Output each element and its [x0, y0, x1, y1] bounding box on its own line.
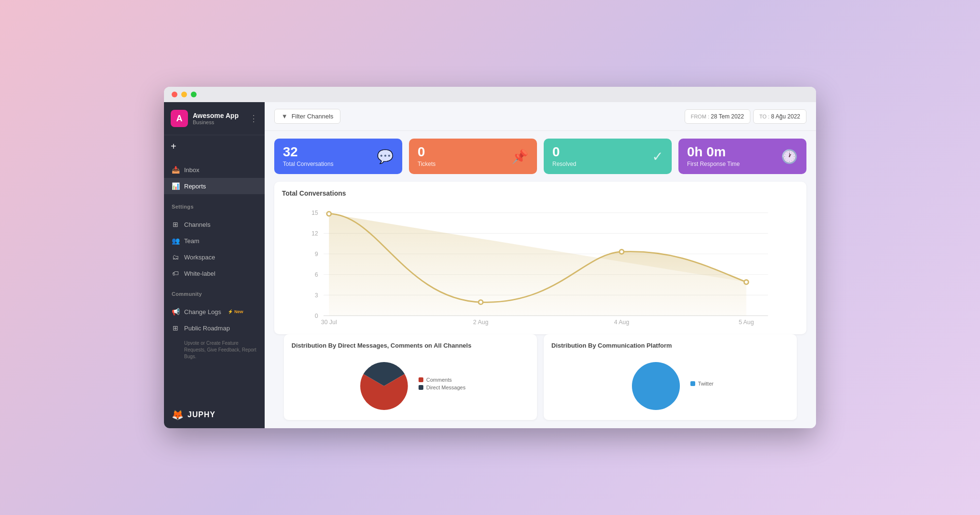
sidebar-label-changelogs: Change Logs	[184, 308, 221, 316]
conversations-icon: 💬	[377, 149, 394, 164]
clock-icon: 🕐	[781, 149, 798, 164]
chart-container: Total Conversations 0 3	[265, 174, 816, 428]
stat-card-response-time: 0h 0m First Response Time 🕐	[678, 139, 806, 174]
titlebar	[164, 87, 816, 102]
stat-value-tickets: 0	[418, 145, 436, 159]
channels-icon: ⊞	[172, 221, 179, 228]
svg-text:30 Jul: 30 Jul	[321, 319, 337, 326]
sidebar-brand: A Awesome App Business ⋮	[164, 102, 265, 135]
stat-content-left: 32 Total Conversations	[283, 145, 333, 167]
main-header: ▼ Filter Channels FROM : 28 Tem 2022 TO …	[265, 102, 816, 131]
roadmap-icon: ⊞	[172, 324, 179, 332]
legend-dm-label: Direct Messages	[426, 385, 466, 390]
svg-text:3: 3	[315, 292, 318, 299]
settings-nav: ⊞ Channels 👥 Team 🗂 Workspace 🏷 White-la…	[164, 212, 265, 285]
add-button[interactable]: +	[164, 135, 265, 158]
close-dot[interactable]	[172, 92, 177, 97]
sidebar-label-workspace: Workspace	[184, 254, 215, 261]
pie-left-container: Comments Direct Messages	[292, 355, 529, 412]
svg-text:4 Aug: 4 Aug	[614, 319, 630, 326]
svg-text:15: 15	[312, 210, 318, 216]
resolved-icon: ✓	[652, 149, 663, 164]
reports-icon: 📊	[172, 182, 179, 190]
stat-value-total: 32	[283, 145, 333, 159]
sidebar-item-reports[interactable]: 📊 Reports	[164, 178, 265, 194]
sidebar-label-inbox: Inbox	[184, 166, 199, 174]
total-conversations-chart: Total Conversations 0 3	[274, 182, 806, 334]
stat-card-total-conversations: 32 Total Conversations 💬	[274, 139, 402, 174]
sidebar-item-changelogs[interactable]: 📢 Change Logs ⚡ New	[164, 304, 265, 320]
pie-chart-right	[627, 357, 685, 410]
new-badge: ⚡ New	[228, 309, 243, 314]
sidebar-label-reports: Reports	[184, 183, 206, 190]
legend-twitter-label: Twitter	[698, 381, 713, 386]
app-body: A Awesome App Business ⋮ + 📥 Inbox 📊 Rep…	[164, 102, 816, 428]
juphy-logo-text: JUPHY	[187, 410, 215, 419]
stat-value-resolved: 0	[552, 145, 576, 159]
svg-text:12: 12	[312, 230, 318, 237]
community-section-title: Community	[164, 285, 265, 300]
to-date-button[interactable]: TO : 8 Ağu 2022	[753, 109, 806, 124]
to-date-value: 8 Ağu 2022	[771, 113, 800, 120]
sidebar-item-workspace[interactable]: 🗂 Workspace	[164, 249, 265, 265]
sidebar-item-channels[interactable]: ⊞ Channels	[164, 216, 265, 233]
roadmap-subtext: Upvote or Create Feature Requests, Give …	[164, 340, 265, 365]
stat-label-response: First Response Time	[687, 161, 740, 167]
pie-right-container: Twitter	[551, 355, 789, 412]
filter-label: Filter Channels	[292, 113, 333, 120]
legend-dm-color	[419, 385, 423, 390]
svg-text:6: 6	[315, 271, 318, 278]
legend-comments-label: Comments	[426, 377, 452, 383]
filter-channels-button[interactable]: ▼ Filter Channels	[274, 109, 340, 124]
chart-title: Total Conversations	[282, 189, 799, 197]
stat-card-tickets: 0 Tickets 📌	[409, 139, 537, 174]
svg-text:2 Aug: 2 Aug	[473, 319, 489, 326]
direct-messages-chart: Distribution By Direct Messages, Comment…	[284, 334, 537, 420]
legend-twitter-color	[690, 381, 695, 386]
sidebar-item-roadmap[interactable]: ⊞ Public Roadmap	[164, 320, 265, 336]
communication-platform-title: Distribution By Communication Platform	[551, 342, 789, 349]
svg-text:0: 0	[315, 313, 318, 319]
svg-text:5 Aug: 5 Aug	[739, 319, 754, 326]
brand-text: Awesome App Business	[193, 112, 239, 125]
community-nav: 📢 Change Logs ⚡ New ⊞ Public Roadmap	[164, 300, 265, 340]
sidebar-nav: 📥 Inbox 📊 Reports	[164, 158, 265, 198]
sidebar-label-whitelabel: White-label	[184, 270, 215, 277]
communication-platform-chart: Distribution By Communication Platform T…	[544, 334, 797, 420]
main-content: ▼ Filter Channels FROM : 28 Tem 2022 TO …	[265, 102, 816, 428]
changelogs-icon: 📢	[172, 308, 179, 316]
stat-card-resolved: 0 Resolved ✓	[544, 139, 672, 174]
sidebar-label-team: Team	[184, 237, 199, 245]
svg-text:9: 9	[315, 251, 318, 258]
sidebar-label-channels: Channels	[184, 221, 210, 228]
sidebar-item-whitelabel[interactable]: 🏷 White-label	[164, 265, 265, 281]
sidebar-label-roadmap: Public Roadmap	[184, 325, 230, 332]
stat-label-resolved: Resolved	[552, 161, 576, 167]
stat-label-total: Total Conversations	[283, 161, 333, 167]
sidebar-item-team[interactable]: 👥 Team	[164, 233, 265, 249]
minimize-dot[interactable]	[181, 92, 187, 97]
brand-menu-button[interactable]: ⋮	[249, 113, 258, 124]
chart-area: 0 3 6 9 12 15 30 Jul 2 Aug 4 Aug 5 Aug	[282, 202, 799, 327]
data-point-1	[478, 300, 483, 304]
stats-row: 32 Total Conversations 💬 0 Tickets 📌 0	[265, 131, 816, 174]
data-point-0	[327, 211, 331, 216]
brand-avatar: A	[171, 110, 188, 127]
workspace-icon: 🗂	[172, 253, 179, 261]
bottom-charts: Distribution By Direct Messages, Comment…	[274, 334, 806, 428]
sidebar: A Awesome App Business ⋮ + 📥 Inbox 📊 Rep…	[164, 102, 265, 428]
inbox-icon: 📥	[172, 166, 179, 174]
maximize-dot[interactable]	[191, 92, 197, 97]
svg-point-16	[632, 362, 680, 410]
stat-content-response: 0h 0m First Response Time	[687, 145, 740, 167]
sidebar-item-inbox[interactable]: 📥 Inbox	[164, 162, 265, 178]
stat-value-response: 0h 0m	[687, 145, 740, 159]
from-label: FROM :	[691, 114, 710, 119]
from-date-button[interactable]: FROM : 28 Tem 2022	[685, 109, 750, 124]
brand-name: Awesome App	[193, 112, 239, 119]
stat-content-tickets: 0 Tickets	[418, 145, 436, 167]
filter-icon: ▼	[281, 113, 288, 120]
legend-comments-color	[419, 377, 423, 382]
juphy-logo-icon: 🦊	[172, 409, 184, 421]
data-point-3	[744, 280, 748, 284]
